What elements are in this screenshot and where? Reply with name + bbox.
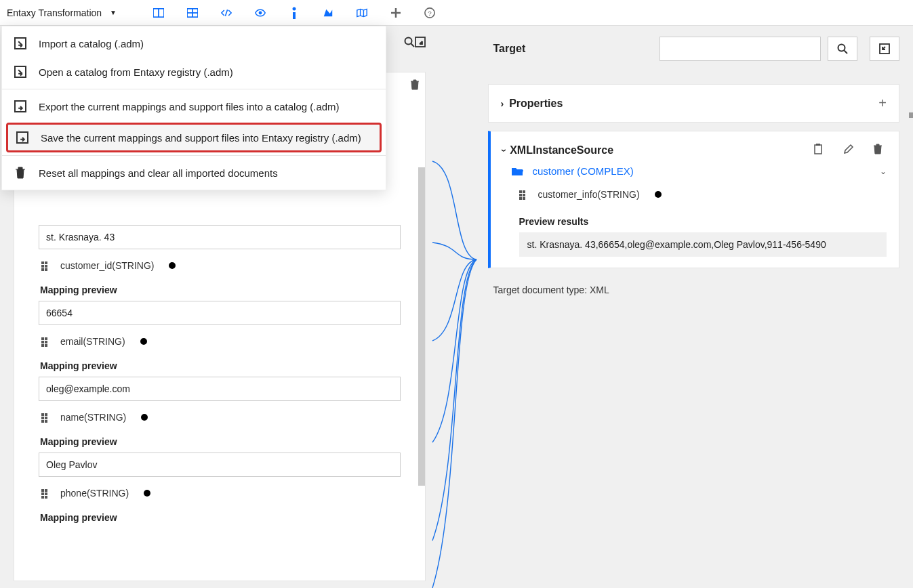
svg-line-18	[845, 51, 848, 54]
svg-point-6	[292, 7, 296, 10]
export-icon	[14, 100, 26, 112]
menu-label: Import a catalog (.adm)	[39, 38, 144, 49]
svg-rect-7	[293, 12, 296, 19]
target-title: Target	[493, 43, 653, 55]
import-icon	[14, 66, 26, 78]
field-name: email(STRING)	[60, 336, 125, 347]
properties-title: › Properties	[501, 98, 879, 110]
xml-card: › XMLInstanceSource customer (COMPLEX) ⌄…	[488, 131, 900, 268]
preview-value[interactable]: 66654	[39, 301, 401, 325]
field-row[interactable]: customer_info(STRING)	[503, 182, 887, 204]
properties-card[interactable]: › Properties +	[488, 84, 900, 123]
field-row[interactable]: customer_id(STRING)	[39, 253, 401, 275]
field-row[interactable]: phone(STRING)	[39, 481, 401, 503]
add-property-button[interactable]: +	[878, 96, 887, 111]
target-import-button[interactable]	[870, 37, 899, 61]
mapped-indicator-icon	[144, 490, 150, 497]
svg-point-5	[259, 11, 262, 14]
mapping-preview-label: Mapping preview	[39, 427, 401, 453]
target-header: Target	[474, 26, 914, 72]
edit-icon[interactable]	[843, 144, 857, 157]
field-name: name(STRING)	[60, 412, 126, 423]
source-search-button-visible[interactable]	[404, 37, 415, 49]
import-icon	[14, 37, 26, 49]
mapping-preview-label: Mapping preview	[39, 503, 401, 528]
field-name: customer_info(STRING)	[538, 189, 640, 200]
caret-down-icon: ▼	[110, 9, 117, 16]
svg-rect-20	[815, 145, 821, 154]
folder-open-icon	[511, 167, 523, 176]
preview-section: Preview results st. Krasnaya. 43,66654,o…	[503, 204, 887, 261]
menu-label: Open a catalog from Entaxy registry (.ad…	[39, 66, 233, 78]
svg-rect-19	[880, 44, 889, 54]
menu-label: Export the current mappings and support …	[39, 101, 340, 112]
scrollbar[interactable]	[909, 112, 913, 118]
app-title: Entaxy Transformation	[7, 7, 102, 18]
menu-label: Reset all mappings and clear all importe…	[39, 167, 278, 179]
grip-icon	[41, 489, 49, 497]
folder-name: customer (COMPLEX)	[533, 165, 634, 177]
menu-open-catalog[interactable]: Open a catalog from Entaxy registry (.ad…	[2, 58, 386, 86]
chevron-down-icon[interactable]: ›	[499, 149, 510, 152]
toolbar-icons: ?	[153, 7, 435, 18]
trash-icon	[14, 167, 26, 179]
field-name: phone(STRING)	[60, 488, 129, 499]
menu-label: Save the current mappings and support fi…	[41, 132, 361, 144]
source-import-button-visible[interactable]	[415, 37, 426, 49]
xml-title: XMLInstanceSource	[510, 144, 613, 156]
mapped-indicator-icon	[140, 338, 147, 345]
field-row[interactable]: email(STRING)	[39, 329, 401, 351]
info-icon[interactable]	[289, 7, 300, 18]
xml-card-header: › XMLInstanceSource	[503, 144, 887, 157]
toolbar: Entaxy Transformation ▼ ?	[0, 0, 913, 26]
target-search-button[interactable]	[828, 37, 857, 61]
mapped-indicator-icon	[141, 414, 148, 421]
title-dropdown[interactable]: Entaxy Transformation ▼	[7, 7, 137, 18]
svg-rect-21	[816, 144, 820, 146]
help-icon[interactable]: ?	[424, 7, 435, 18]
delete-icon[interactable]	[410, 79, 420, 92]
target-doc-type: Target document type: XML	[488, 276, 900, 303]
plus-icon[interactable]	[390, 7, 401, 18]
grip-icon	[519, 190, 527, 198]
chevron-down-icon[interactable]: ⌄	[880, 167, 887, 176]
mapped-indicator-icon	[169, 262, 176, 269]
chevron-right-icon[interactable]: ›	[501, 98, 504, 109]
field-name: customer_id(STRING)	[60, 260, 154, 271]
grip-icon	[41, 261, 49, 270]
preview-value[interactable]: oleg@example.com	[39, 377, 401, 401]
catalog-dropdown: Import a catalog (.adm) Open a catalog f…	[1, 26, 386, 190]
grip-icon	[41, 337, 49, 345]
grip-icon	[41, 413, 49, 421]
delete-icon[interactable]	[873, 144, 887, 157]
svg-line-15	[411, 44, 414, 47]
map-marker-icon[interactable]	[323, 7, 333, 18]
connection-lines	[439, 26, 474, 588]
preview-value[interactable]: st. Krasnaya. 43	[39, 225, 401, 249]
menu-separator	[2, 155, 386, 156]
folder-row[interactable]: customer (COMPLEX) ⌄	[503, 157, 887, 182]
preview-results-label: Preview results	[519, 211, 887, 232]
preview-value[interactable]: Oleg Pavlov	[39, 453, 401, 477]
menu-export-catalog[interactable]: Export the current mappings and support …	[2, 92, 386, 121]
columns-icon[interactable]	[153, 7, 164, 18]
preview-results-value: st. Krasnaya. 43,66654,oleg@example.com,…	[519, 232, 887, 257]
svg-point-17	[838, 45, 845, 51]
field-row[interactable]: name(STRING)	[39, 405, 401, 427]
scrollbar[interactable]	[418, 167, 425, 486]
mapped-indicator-icon	[655, 191, 662, 198]
clipboard-icon[interactable]	[813, 144, 827, 157]
table-icon[interactable]	[187, 7, 198, 18]
eye-icon[interactable]	[255, 7, 266, 18]
code-icon[interactable]	[221, 7, 232, 18]
export-icon	[16, 131, 28, 144]
menu-import-catalog[interactable]: Import a catalog (.adm)	[2, 29, 386, 58]
mapping-gutter	[439, 26, 474, 588]
target-search-input[interactable]	[660, 37, 821, 61]
menu-reset[interactable]: Reset all mappings and clear all importe…	[2, 159, 386, 187]
map-icon[interactable]	[357, 7, 367, 18]
mapping-preview-label: Mapping preview	[39, 351, 401, 377]
target-panel: Target › Properties + › XMLInstanceSourc…	[474, 26, 914, 588]
menu-save-catalog[interactable]: Save the current mappings and support fi…	[6, 123, 382, 152]
svg-rect-16	[415, 37, 425, 47]
